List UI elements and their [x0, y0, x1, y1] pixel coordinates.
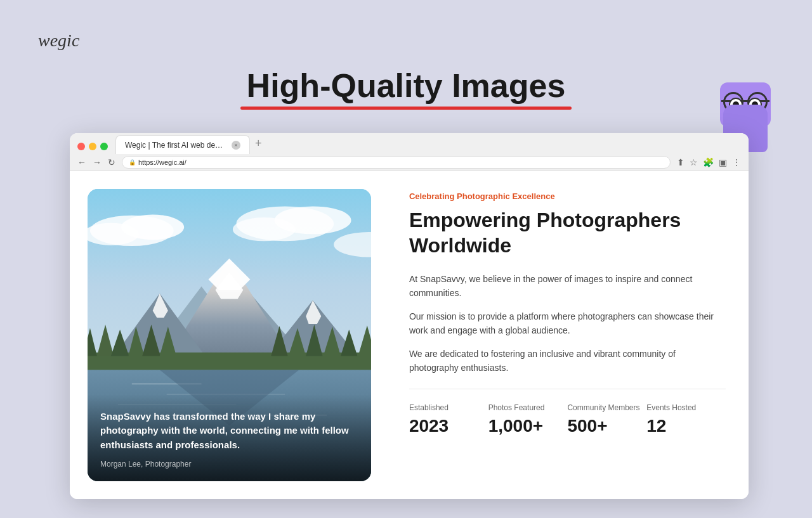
- wegic-logo: wegic: [38, 30, 79, 51]
- address-bar-input[interactable]: 🔒 https://wegic.ai/: [122, 156, 671, 169]
- browser-dots: [77, 143, 108, 154]
- lock-icon: 🔒: [129, 159, 136, 165]
- dot-red[interactable]: [77, 143, 85, 150]
- stat-events-label: Events Hosted: [646, 403, 726, 413]
- photo-quote: SnapSavvy has transformed the way I shar…: [100, 410, 358, 453]
- browser-window: Wegic | The first AI web designer × + ← …: [70, 133, 749, 499]
- tagline: Celebrating Photographic Excellence: [409, 191, 726, 201]
- stat-events-value: 12: [646, 416, 726, 436]
- main-heading-container: High-Quality Images: [0, 67, 812, 105]
- back-button[interactable]: ←: [77, 157, 86, 167]
- mascot-glasses: [721, 100, 769, 102]
- reader-mode-icon[interactable]: ▣: [719, 157, 727, 167]
- content-divider: [409, 389, 726, 389]
- browser-content: SnapSavvy has transformed the way I shar…: [70, 171, 749, 499]
- stat-members-value: 500+: [567, 416, 646, 436]
- description-paragraph-1: At SnapSavvy, we believe in the power of…: [409, 272, 726, 301]
- photo-card: SnapSavvy has transformed the way I shar…: [88, 189, 371, 481]
- stat-photos-label: Photos Featured: [488, 403, 568, 413]
- main-heading: High-Quality Images: [247, 67, 566, 105]
- browser-address-bar: ← → ↻ 🔒 https://wegic.ai/ ⬆ ☆ 🧩 ▣ ⋮: [70, 154, 749, 171]
- photo-overlay: SnapSavvy has transformed the way I shar…: [88, 394, 371, 482]
- heading-underline: [240, 107, 572, 110]
- stat-established-value: 2023: [409, 416, 488, 436]
- stat-photos: Photos Featured 1,000+: [488, 403, 568, 436]
- new-tab-button[interactable]: +: [255, 137, 262, 154]
- browser-tab-bar: Wegic | The first AI web designer × +: [70, 133, 749, 154]
- more-icon[interactable]: ⋮: [732, 157, 741, 167]
- stat-photos-value: 1,000+: [488, 416, 568, 436]
- dot-yellow[interactable]: [89, 143, 96, 150]
- extensions-icon[interactable]: 🧩: [703, 157, 714, 167]
- star-icon[interactable]: ☆: [690, 157, 698, 167]
- photo-attribution: Morgan Lee, Photographer: [100, 460, 358, 469]
- hero-title: Empowering Photographers Worldwide: [409, 207, 726, 258]
- forward-button[interactable]: →: [93, 157, 102, 167]
- description-paragraph-3: We are dedicated to fostering an inclusi…: [409, 347, 726, 375]
- dot-green[interactable]: [100, 143, 108, 150]
- stat-events: Events Hosted 12: [646, 403, 726, 436]
- stat-members-label: Community Members: [567, 403, 646, 413]
- stat-established-label: Established: [409, 403, 488, 413]
- share-icon[interactable]: ⬆: [677, 157, 684, 167]
- svg-point-6: [233, 217, 296, 241]
- stat-established: Established 2023: [409, 403, 488, 436]
- description-paragraph-2: Our mission is to provide a platform whe…: [409, 309, 726, 338]
- stats-row: Established 2023 Photos Featured 1,000+ …: [409, 403, 726, 436]
- photo-panel: SnapSavvy has transformed the way I shar…: [70, 171, 389, 499]
- tab-label: Wegic | The first AI web designer: [125, 141, 226, 150]
- stat-members: Community Members 500+: [567, 403, 646, 436]
- browser-actions: ⬆ ☆ 🧩 ▣ ⋮: [677, 157, 741, 167]
- browser-chrome: Wegic | The first AI web designer × + ← …: [70, 133, 749, 171]
- refresh-button[interactable]: ↻: [108, 157, 115, 167]
- content-panel: Celebrating Photographic Excellence Empo…: [389, 171, 749, 499]
- url-text: https://wegic.ai/: [138, 159, 187, 166]
- browser-tab[interactable]: Wegic | The first AI web designer ×: [115, 135, 250, 154]
- tab-close-button[interactable]: ×: [232, 141, 240, 150]
